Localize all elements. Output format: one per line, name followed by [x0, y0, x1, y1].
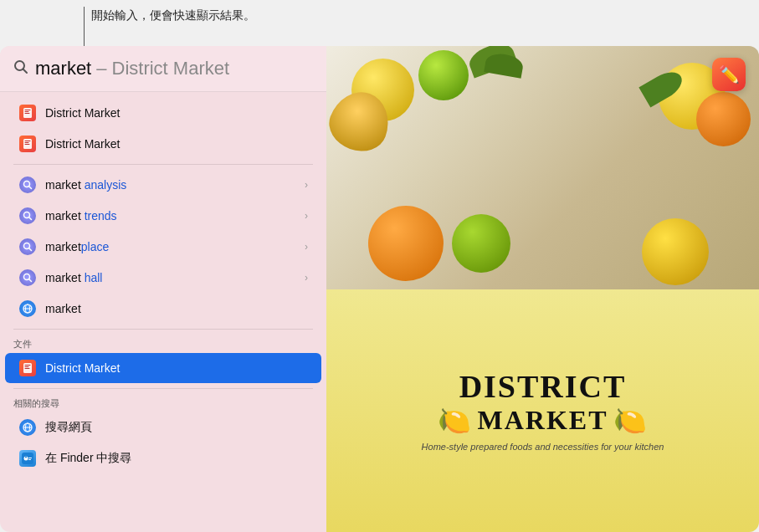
result-item-district-market-1[interactable]: District Market [5, 98, 321, 128]
preview-subtitle: Home-style prepared foods and necessitie… [422, 442, 664, 452]
spotlight-icon-2 [18, 207, 37, 225]
divider-1 [13, 164, 313, 165]
result-item-district-market-doc[interactable]: District Market [5, 353, 321, 383]
globe-icon-web [18, 418, 37, 437]
result-item-district-market-2[interactable]: District Market [5, 129, 321, 159]
svg-line-11 [29, 187, 32, 189]
result-item-market-trends[interactable]: market trends › [5, 201, 321, 231]
svg-point-30 [25, 457, 27, 458]
result-item-market-hall[interactable]: market hall › [5, 263, 321, 293]
market-emoji-left: 🍋 [438, 405, 473, 437]
instruction-text: 開始輸入，便會快速顯示結果。 [91, 8, 255, 23]
pages-icon-2 [18, 135, 37, 153]
chevron-icon-2: › [305, 210, 308, 222]
spotlight-icon-3 [18, 238, 37, 256]
result-label-dm-selected: District Market [45, 361, 308, 375]
market-text: MARKET [478, 405, 608, 436]
result-item-market-globe[interactable]: market [5, 294, 321, 324]
svg-rect-22 [25, 365, 31, 366]
search-query-text[interactable]: market [35, 58, 91, 79]
preview-panel: DISTRICT 🍋 MARKET 🍋 Home-style prepared … [326, 46, 759, 532]
svg-rect-8 [25, 142, 29, 143]
spotlight-icon-1 [18, 176, 37, 194]
result-item-market-analysis[interactable]: market analysis › [5, 170, 321, 200]
result-item-search-web[interactable]: 搜尋網頁 [5, 412, 321, 442]
svg-rect-32 [28, 459, 31, 460]
svg-rect-3 [25, 110, 31, 110]
svg-line-1 [23, 69, 28, 73]
globe-icon-1 [18, 299, 37, 318]
result-label-market-hall: market hall [45, 271, 305, 284]
section-related-label: 相關的搜尋 [0, 394, 326, 412]
search-bar: market – District Market [0, 46, 326, 92]
result-label-dm1: District Market [45, 106, 308, 120]
finder-icon [18, 449, 37, 468]
preview-market: 🍋 MARKET 🍋 [438, 405, 649, 437]
divider-2 [13, 329, 313, 330]
section-documents-label: 文件 [0, 335, 326, 352]
chevron-icon-3: › [305, 241, 308, 253]
result-item-finder-search[interactable]: 在 Finder 中搜尋 [5, 443, 321, 473]
pages-icon-1 [18, 104, 37, 122]
result-label-finder: 在 Finder 中搜尋 [45, 451, 308, 466]
market-emoji-right: 🍋 [613, 405, 649, 437]
preview-district: DISTRICT [459, 370, 627, 405]
chevron-icon-1: › [305, 179, 308, 191]
result-label-market-analysis: market analysis [45, 178, 305, 192]
instruction-pointer: 開始輸入，便會快速顯示結果。 [84, 7, 255, 49]
spotlight-container: market – District Market [0, 46, 759, 532]
spotlight-icon-4 [18, 269, 37, 287]
result-item-marketplace[interactable]: marketplace › [5, 232, 321, 262]
chevron-icon-4: › [305, 272, 308, 284]
svg-line-17 [29, 279, 32, 282]
svg-rect-24 [25, 368, 30, 369]
svg-rect-9 [25, 144, 30, 145]
fruit-image-area [326, 46, 759, 289]
result-label-marketplace: marketplace [45, 240, 305, 253]
svg-line-13 [29, 217, 32, 220]
search-icon [13, 59, 28, 79]
result-label-search-web: 搜尋網頁 [45, 420, 308, 435]
pages-icon-doc [18, 359, 37, 377]
search-dash: – [96, 58, 106, 79]
pages-app-icon[interactable] [712, 58, 746, 91]
results-list: District Market District Market [0, 92, 326, 532]
result-label-market-trends: market trends [45, 209, 305, 223]
search-subtitle: District Market [112, 58, 230, 79]
pointer-line [84, 7, 85, 49]
svg-rect-4 [25, 111, 29, 112]
svg-rect-31 [28, 458, 32, 458]
left-panel: market – District Market [0, 46, 326, 532]
svg-rect-7 [25, 141, 31, 141]
divider-3 [13, 388, 313, 389]
result-label-market-globe: market [45, 302, 308, 315]
svg-rect-5 [25, 113, 30, 114]
svg-rect-23 [25, 366, 29, 367]
svg-line-15 [29, 248, 32, 251]
result-label-dm2: District Market [45, 137, 308, 151]
